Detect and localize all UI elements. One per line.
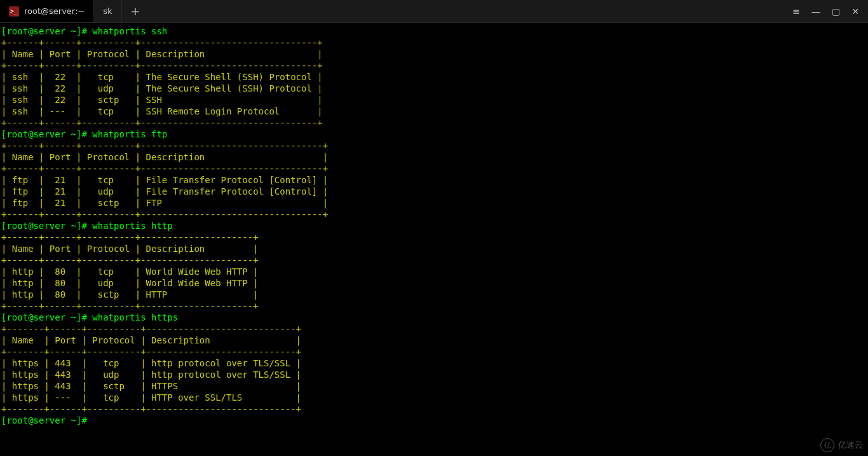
tab-terminal-1[interactable]: >_ root@server:~: [0, 0, 94, 22]
maximize-button[interactable]: ▢: [832, 7, 840, 16]
tab-label: root@server:~: [24, 6, 85, 16]
window-titlebar: >_ root@server:~ sk + ≡ — ▢ ✕: [0, 0, 868, 23]
terminal-icon: >_: [9, 6, 19, 17]
watermark-text: 亿速云: [838, 439, 863, 451]
watermark-icon: 亿: [820, 438, 834, 452]
minimize-button[interactable]: —: [811, 7, 820, 16]
close-button[interactable]: ✕: [851, 7, 859, 16]
new-tab-button[interactable]: +: [122, 0, 149, 22]
plus-icon: +: [131, 6, 140, 17]
terminal-output[interactable]: [root@server ~]# whatportis ssh +------+…: [0, 23, 868, 429]
window-controls: ≡ — ▢ ✕: [783, 0, 868, 22]
watermark: 亿 亿速云: [820, 438, 863, 452]
menu-icon[interactable]: ≡: [792, 7, 800, 16]
tab-label: sk: [103, 6, 112, 16]
tab-terminal-2[interactable]: sk: [94, 0, 121, 22]
